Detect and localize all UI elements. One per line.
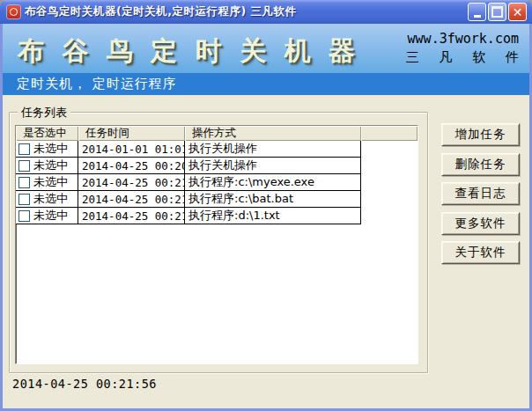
task-time-cell: 2014-04-25 00:21 [78,174,185,190]
app-clock-icon [7,5,20,18]
vendor-name: 三 凡 软 件 [406,48,527,67]
task-operation-cell: 执行程序:d:\1.txt [185,208,361,224]
banner-tagline: 定时关机， 定时运行程序 [17,76,177,92]
task-state-label: 未选中 [33,158,68,173]
task-time-cell: 2014-04-25 00:21 [78,191,185,207]
banner: 布 谷 鸟 定 时 关 机 器 www.3fwork.com 三 凡 软 件 定… [3,24,529,95]
task-selected-cell: 未选中 [16,191,78,207]
status-current-time: 2014-04-25 00:21:56 [12,377,157,391]
task-row[interactable]: 未选中 2014-04-25 00:21 执行程序:d:\1.txt [16,208,361,224]
client-area: 布 谷 鸟 定 时 关 机 器 www.3fwork.com 三 凡 软 件 定… [3,24,529,408]
app-window: 布谷鸟定时关机器(定时关机,定时运行程序) 三凡软件 ✕ 布 谷 鸟 定 时 关… [0,0,532,411]
minimize-button[interactable] [468,3,486,21]
vendor-website: www.3fwork.com [406,30,519,48]
task-state-label: 未选中 [33,191,68,207]
window-controls: ✕ [468,3,527,21]
view-log-button[interactable]: 查看日志 [441,182,520,205]
task-state-label: 未选中 [33,174,68,190]
task-operation-cell: 执行程序:c:\bat.bat [185,191,361,207]
banner-app-name: 布 谷 鸟 定 时 关 机 器 [18,33,359,70]
task-state-label: 未选中 [33,208,68,224]
task-checkbox[interactable] [18,194,30,205]
task-selected-cell: 未选中 [16,158,78,173]
task-checkbox[interactable] [18,143,30,155]
task-operation-cell: 执行关机操作 [185,158,361,173]
task-grid: 未选中 2014-01-01 01:01 执行关机操作 未选中 2014-04-… [16,141,361,224]
close-button[interactable]: ✕ [508,3,527,21]
task-selected-cell: 未选中 [16,208,78,224]
task-checkbox[interactable] [18,160,30,172]
header-time[interactable]: 任务时间 [78,126,185,141]
task-list-groupbox: 任务列表 是否选中 任务时间 操作方式 未选中 2014-01-01 01:01 [9,112,428,373]
task-checkbox[interactable] [18,177,30,188]
delete-task-button[interactable]: 删除任务 [441,153,520,176]
task-selected-cell: 未选中 [16,141,78,157]
task-operation-cell: 执行程序:c:\myexe.exe [185,174,361,190]
task-time-cell: 2014-04-25 00:20 [78,158,185,173]
more-software-button[interactable]: 更多软件 [441,212,520,235]
task-selected-cell: 未选中 [16,174,78,190]
header-filler [361,126,417,141]
task-list-header: 是否选中 任务时间 操作方式 [16,126,417,141]
header-selected[interactable]: 是否选中 [16,126,78,141]
task-row[interactable]: 未选中 2014-04-25 00:20 执行关机操作 [16,158,361,174]
task-time-cell: 2014-04-25 00:21 [78,208,185,224]
task-list[interactable]: 是否选中 任务时间 操作方式 未选中 2014-01-01 01:01 执行关机… [15,125,418,364]
task-state-label: 未选中 [33,141,68,157]
task-time-cell: 2014-01-01 01:01 [78,141,185,157]
task-row[interactable]: 未选中 2014-04-25 00:21 执行程序:c:\myexe.exe [16,174,361,191]
add-task-button[interactable]: 增加任务 [441,123,520,146]
window-title: 布谷鸟定时关机器(定时关机,定时运行程序) 三凡软件 [25,4,468,19]
about-software-button[interactable]: 关于软件 [441,241,520,264]
header-operation[interactable]: 操作方式 [185,126,361,141]
maximize-button[interactable] [488,3,506,21]
task-operation-cell: 执行关机操作 [185,141,361,157]
task-row[interactable]: 未选中 2014-01-01 01:01 执行关机操作 [16,141,361,158]
banner-vendor-block: www.3fwork.com 三 凡 软 件 [406,30,519,67]
task-row[interactable]: 未选中 2014-04-25 00:21 执行程序:c:\bat.bat [16,191,361,208]
task-list-group-label: 任务列表 [18,106,70,119]
task-checkbox[interactable] [18,210,30,222]
titlebar[interactable]: 布谷鸟定时关机器(定时关机,定时运行程序) 三凡软件 ✕ [0,0,532,24]
